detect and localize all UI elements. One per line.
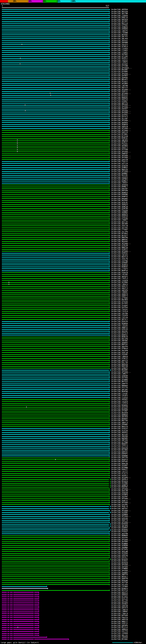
hit-bar[interactable] bbox=[2, 568, 109, 569]
hit-bar[interactable] bbox=[2, 243, 109, 244]
hit-bar[interactable] bbox=[2, 604, 38, 604]
hit-bar[interactable] bbox=[2, 500, 109, 501]
hit-bar[interactable] bbox=[2, 144, 109, 144]
hit-bar[interactable] bbox=[2, 537, 109, 538]
hit-bar[interactable] bbox=[2, 463, 109, 464]
hit-bar[interactable] bbox=[2, 93, 109, 94]
hit-bar[interactable] bbox=[2, 551, 109, 552]
hit-bar[interactable] bbox=[2, 358, 109, 359]
hit-bar[interactable] bbox=[2, 446, 109, 446]
hit-bar[interactable] bbox=[2, 313, 109, 314]
hit-bar[interactable] bbox=[2, 578, 109, 579]
hit-bar[interactable] bbox=[2, 130, 109, 131]
hit-bar[interactable] bbox=[2, 33, 109, 33]
hit-bar[interactable] bbox=[2, 524, 109, 524]
hit-bar[interactable] bbox=[2, 81, 109, 82]
hit-bar[interactable] bbox=[2, 502, 109, 503]
hit-bar[interactable] bbox=[2, 188, 109, 189]
hit-bar[interactable] bbox=[2, 319, 109, 320]
hit-bar[interactable] bbox=[2, 395, 109, 396]
hit-bar[interactable] bbox=[2, 27, 109, 28]
hit-bar[interactable] bbox=[2, 44, 109, 45]
hit-bar[interactable] bbox=[2, 286, 109, 287]
hit-bar[interactable] bbox=[2, 458, 109, 458]
hit-bar[interactable] bbox=[2, 272, 109, 273]
hit-bar[interactable] bbox=[2, 302, 109, 302]
hit-bar[interactable] bbox=[2, 405, 109, 406]
hit-bar[interactable] bbox=[2, 571, 109, 571]
hit-bar[interactable] bbox=[2, 434, 109, 435]
hit-bar[interactable] bbox=[2, 181, 109, 182]
hit-bar[interactable] bbox=[2, 346, 109, 347]
hit-bar[interactable] bbox=[2, 370, 109, 370]
hit-bar[interactable] bbox=[2, 21, 109, 22]
hit-bar[interactable] bbox=[2, 584, 109, 585]
hit-bar[interactable] bbox=[2, 278, 109, 279]
hit-bar[interactable] bbox=[2, 360, 109, 361]
hit-bar[interactable] bbox=[2, 54, 109, 55]
hit-bar[interactable] bbox=[2, 128, 109, 129]
hit-bar[interactable] bbox=[2, 249, 109, 250]
hit-bar[interactable] bbox=[2, 126, 109, 127]
hit-bar[interactable] bbox=[2, 467, 109, 468]
hit-bar[interactable] bbox=[2, 266, 109, 267]
hit-bar[interactable] bbox=[2, 36, 109, 37]
hit-bar[interactable] bbox=[2, 234, 109, 234]
hit-bar[interactable] bbox=[2, 290, 109, 290]
hit-bar[interactable] bbox=[2, 586, 46, 587]
hit-bar[interactable] bbox=[2, 317, 109, 318]
hit-bar[interactable] bbox=[2, 228, 109, 228]
hit-bar[interactable] bbox=[2, 148, 109, 148]
hit-bar[interactable] bbox=[2, 526, 109, 526]
hit-bar[interactable] bbox=[2, 288, 109, 288]
hit-bar[interactable] bbox=[2, 120, 109, 121]
hit-bar[interactable] bbox=[2, 528, 109, 528]
hit-bar[interactable] bbox=[2, 158, 109, 158]
hit-bar[interactable] bbox=[2, 38, 109, 39]
hit-bar[interactable] bbox=[2, 494, 109, 495]
hit-bar[interactable] bbox=[2, 491, 109, 492]
hit-bar[interactable] bbox=[2, 155, 109, 156]
hit-bar[interactable] bbox=[2, 483, 109, 484]
hit-bar[interactable] bbox=[2, 132, 109, 133]
hit-bar[interactable] bbox=[2, 321, 109, 322]
hit-bar[interactable] bbox=[2, 30, 109, 31]
hit-bar[interactable] bbox=[2, 105, 109, 106]
hit-bar[interactable] bbox=[2, 72, 109, 72]
hit-bar[interactable] bbox=[2, 194, 109, 195]
hit-bar[interactable] bbox=[2, 331, 109, 332]
hit-bar[interactable] bbox=[2, 183, 109, 184]
hit-bar[interactable] bbox=[2, 222, 109, 222]
hit-bar[interactable] bbox=[2, 409, 109, 410]
hit-bar[interactable] bbox=[2, 566, 109, 567]
hit-bar[interactable] bbox=[2, 391, 109, 392]
hit-bar[interactable] bbox=[2, 56, 109, 57]
hit-bar[interactable] bbox=[2, 344, 109, 345]
hit-bar[interactable] bbox=[2, 124, 109, 125]
hit-bar[interactable] bbox=[2, 608, 38, 608]
hit-bar[interactable] bbox=[2, 430, 109, 431]
hit-bar[interactable] bbox=[2, 216, 109, 216]
hit-bar[interactable] bbox=[2, 354, 109, 355]
hit-bar[interactable] bbox=[2, 85, 109, 86]
hit-bar[interactable] bbox=[2, 300, 109, 300]
hit-bar[interactable] bbox=[2, 329, 109, 330]
hit-bar[interactable] bbox=[2, 563, 109, 563]
hit-bar[interactable] bbox=[2, 356, 109, 357]
hit-bar[interactable] bbox=[2, 633, 38, 634]
hit-bar[interactable] bbox=[2, 338, 109, 339]
hit-bar[interactable] bbox=[2, 66, 109, 66]
hit-bar[interactable] bbox=[2, 282, 109, 283]
hit-bar[interactable] bbox=[2, 386, 109, 386]
hit-bar[interactable] bbox=[2, 485, 109, 486]
hit-bar[interactable] bbox=[2, 471, 109, 472]
hit-bar[interactable] bbox=[2, 428, 109, 429]
hit-bar[interactable] bbox=[2, 315, 109, 316]
hit-bar[interactable] bbox=[2, 530, 109, 530]
hit-bar[interactable] bbox=[2, 420, 109, 421]
hit-bar[interactable] bbox=[2, 122, 109, 123]
hit-bar[interactable] bbox=[2, 448, 109, 448]
hit-bar[interactable] bbox=[2, 253, 109, 254]
hit-bar[interactable] bbox=[2, 380, 109, 380]
hit-bar[interactable] bbox=[2, 161, 109, 162]
